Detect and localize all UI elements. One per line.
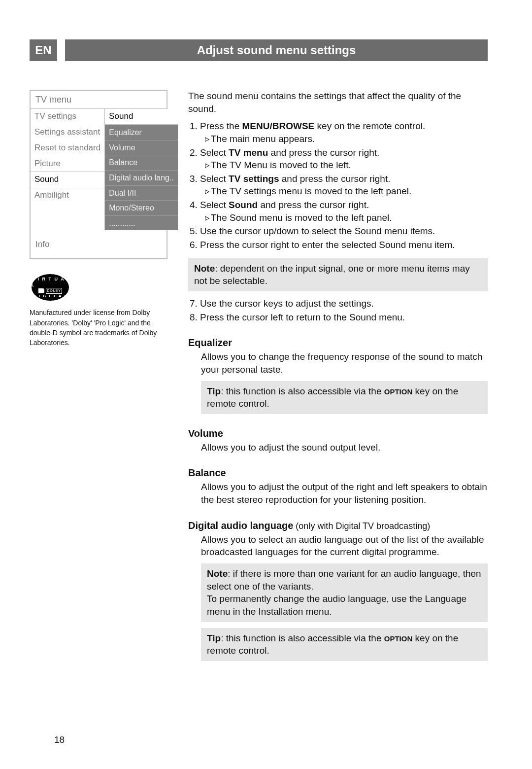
menu-left-item: TV settings [31,109,104,125]
procedure-steps: Press the MENU/BROWSE key on the remote … [188,120,488,251]
tv-menu-right: Sound Equalizer Volume Balance Digital a… [105,109,178,230]
section-body: Allows you to select an audio language o… [201,533,488,559]
section-body: Allows you to change the frequency respo… [201,350,488,376]
menu-right-item: Digital audio lang.. [105,170,178,185]
section-heading-dal: Digital audio language (only with Digita… [188,519,488,532]
menu-right-item: Dual I/II [105,185,178,201]
double-d-icon [38,288,44,293]
step: Press the cursor left to return to the S… [200,311,488,324]
tv-menu-box: TV menu TV settings Settings assistant R… [30,90,167,259]
left-column: TV menu TV settings Settings assistant R… [30,90,167,667]
dolby-box-text: DOLBY [46,288,62,293]
step-result: ▹The main menu appears. [205,133,488,145]
page-number: 18 [54,734,65,746]
body-columns: TV menu TV settings Settings assistant R… [30,90,488,667]
dolby-virtual-text: V I R T U A L [32,276,69,288]
page-title: Adjust sound menu settings [65,39,488,61]
section-balance: Balance Allows you to adjust the output … [201,466,488,506]
tv-menu-title: TV menu [31,91,166,109]
triangle-icon: ▹ [205,133,211,145]
language-badge: EN [30,39,57,61]
dolby-digital-text: D I G I T A L [33,294,68,299]
dolby-logo-icon: V I R T U A L DOLBY D I G I T A L [32,274,69,301]
step-result: ▹The TV Menu is moved to the left. [205,159,488,172]
step: Select TV menu and press the cursor righ… [200,146,488,172]
dolby-license-note: Manufactured under license from Dolby La… [30,308,167,348]
section-heading-qualifier: (only with Digital TV broadcasting) [293,521,430,531]
tv-menu-body: TV settings Settings assistant Reset to … [31,109,166,230]
section-heading-equalizer: Equalizer [188,336,488,350]
section-body: Allows you to adjust the output of the r… [201,481,488,506]
triangle-icon: ▹ [205,159,211,172]
section-heading-volume: Volume [188,427,488,440]
menu-left-item: Reset to standard [31,140,104,156]
section-volume: Volume Allows you to adjust the sound ou… [201,427,488,454]
menu-right-item: Balance [105,155,178,170]
section-heading-balance: Balance [188,466,488,480]
step: Select Sound and press the cursor right.… [200,199,488,224]
menu-left-item: Picture [31,156,104,172]
section-body: Allows you to adjust the sound output le… [201,441,488,454]
tip-box: Tip: this function is also accessible vi… [201,628,488,661]
right-column: The sound menu contains the settings tha… [188,90,488,667]
section-equalizer: Equalizer Allows you to change the frequ… [201,336,488,414]
header-row: EN Adjust sound menu settings [30,39,488,61]
menu-right-head: Sound [105,109,178,125]
menu-right-item: ............ [105,215,178,231]
menu-right-item: Mono/Stereo [105,200,178,215]
section-digital-audio-language: Digital audio language (only with Digita… [201,519,488,661]
triangle-icon: ▹ [205,211,211,224]
tv-menu-footer: Info [31,230,166,258]
note-box: Note: if there is more than one variant … [201,563,488,622]
note-box: Note: dependent on the input signal, one… [188,258,488,291]
dolby-row2: DOLBY [38,288,62,293]
menu-left-item: Settings assistant [31,125,104,140]
intro-text: The sound menu contains the settings tha… [188,90,488,115]
procedure-steps-continued: Use the cursor keys to adjust the settin… [188,297,488,323]
step: Select TV settings and press the cursor … [200,173,488,198]
step: Press the MENU/BROWSE key on the remote … [200,120,488,145]
triangle-icon: ▹ [205,185,211,198]
menu-right-item: Equalizer [105,125,178,140]
step-result: ▹The Sound menu is moved to the left pan… [205,211,488,224]
step: Press the cursor right to enter the sele… [200,239,488,251]
menu-right-item: Volume [105,140,178,155]
step: Use the cursor keys to adjust the settin… [200,297,488,310]
menu-left-item: Ambilight [31,188,104,204]
manual-page: EN Adjust sound menu settings TV menu TV… [0,0,532,769]
tv-menu-left: TV settings Settings assistant Reset to … [31,109,105,230]
step-result: ▹The TV settings menu is moved to the le… [205,185,488,198]
tip-box: Tip: this function is also accessible vi… [201,381,488,414]
step: Use the cursor up/down to select the Sou… [200,225,488,238]
menu-left-item-selected: Sound [31,172,104,188]
